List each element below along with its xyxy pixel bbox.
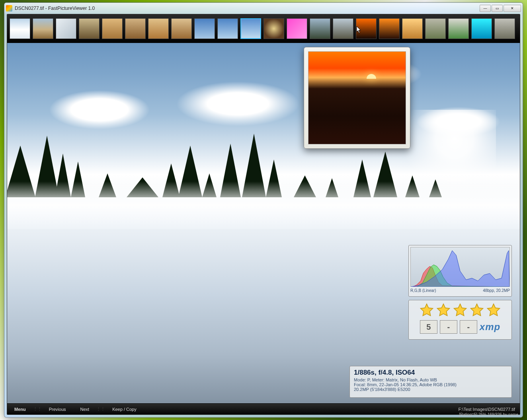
minimize-button[interactable]: — — [480, 5, 491, 12]
bottombar-separator: ⋮⋮ — [33, 406, 42, 412]
menu-button[interactable]: Menu — [7, 407, 33, 412]
status-text: [Rating=5] 25% 169/326 by name — [459, 412, 518, 417]
star-icon[interactable] — [419, 303, 434, 318]
thumbnail[interactable] — [379, 18, 400, 39]
thumbnail[interactable] — [494, 18, 515, 39]
thumbnail[interactable] — [217, 18, 238, 39]
histogram-panel[interactable]: R,G,B (Linear) 48bpp, 20.2MP — [408, 245, 512, 297]
exif-line-1: Mode: P, Meter: Matrix, No Flash, Auto W… — [354, 377, 507, 382]
star-icon[interactable] — [436, 303, 451, 318]
thumbnail[interactable] — [310, 18, 330, 39]
bottom-bar: Menu ⋮⋮ Previous Next ⋮⋮ Keep / Copy F:\… — [7, 403, 520, 414]
exif-line-3: 20.2MP (5'184x3'888) E5200 — [354, 387, 507, 392]
bottombar-separator: ⋮⋮ — [96, 406, 105, 412]
histogram-label-right: 48bpp, 20.2MP — [483, 288, 510, 293]
keep-copy-button[interactable]: Keep / Copy — [105, 407, 144, 412]
maximize-button[interactable]: ▭ — [492, 5, 503, 12]
histogram-plot — [410, 247, 510, 287]
thumbnail[interactable] — [79, 18, 100, 39]
preview-popup[interactable] — [304, 47, 410, 149]
thumbnail[interactable] — [471, 18, 492, 39]
thumbnail[interactable] — [102, 18, 123, 39]
thumbnail[interactable] — [287, 18, 307, 39]
star-icon[interactable] — [453, 303, 468, 318]
xmp-logo: xmp — [480, 321, 500, 332]
thumbnail[interactable] — [148, 18, 169, 39]
close-button[interactable]: ✕ — [504, 5, 521, 12]
app-icon — [6, 5, 12, 12]
rating-label-box-1[interactable]: - — [440, 320, 457, 334]
thumbnail[interactable] — [402, 18, 423, 39]
rating-panel[interactable]: 5 - - xmp — [408, 300, 512, 340]
thumbnail-strip[interactable] — [7, 14, 520, 43]
rating-value-box[interactable]: 5 — [420, 320, 437, 334]
thumbnail[interactable] — [56, 18, 76, 39]
exif-line-2: Focal: 8mm, 22-Jan-05 14:36:25, Adobe RG… — [354, 382, 507, 387]
thumbnail[interactable] — [240, 18, 261, 39]
main-image-mist — [7, 181, 520, 229]
thumbnail[interactable] — [171, 18, 192, 39]
histogram-label-left: R,G,B (Linear) — [410, 288, 436, 293]
thumbnail[interactable] — [448, 18, 469, 39]
titlebar[interactable]: DSCN0277.tif - FastPictureViewer 1.0 — ▭… — [4, 3, 523, 14]
window-controls: — ▭ ✕ — [480, 5, 521, 12]
thumbnail[interactable] — [333, 18, 353, 39]
window-title: DSCN0277.tif - FastPictureViewer 1.0 — [15, 6, 480, 11]
thumbnail[interactable] — [425, 18, 446, 39]
star-icon[interactable] — [469, 303, 484, 318]
file-path: F:\Test Images\DSCN0277.tif — [144, 407, 520, 412]
exif-headline: 1/886s, f/4.8, ISO64 — [354, 369, 507, 377]
main-image[interactable] — [7, 14, 520, 414]
rating-label-box-2[interactable]: - — [460, 320, 477, 334]
app-window: DSCN0277.tif - FastPictureViewer 1.0 — ▭… — [4, 2, 523, 418]
thumbnail[interactable] — [33, 18, 53, 39]
thumbnail[interactable] — [10, 18, 30, 39]
next-button[interactable]: Next — [73, 407, 97, 412]
preview-image — [308, 51, 406, 144]
viewport: R,G,B (Linear) 48bpp, 20.2MP 5 - - xmp 1… — [7, 14, 520, 415]
star-row — [411, 303, 509, 318]
previous-button[interactable]: Previous — [42, 407, 73, 412]
thumbnail[interactable] — [125, 18, 146, 39]
thumbnail[interactable] — [194, 18, 215, 39]
thumbnail[interactable] — [356, 18, 377, 39]
star-icon[interactable] — [486, 303, 501, 318]
exif-panel[interactable]: 1/886s, f/4.8, ISO64 Mode: P, Meter: Mat… — [349, 366, 512, 398]
thumbnail[interactable] — [264, 18, 284, 39]
